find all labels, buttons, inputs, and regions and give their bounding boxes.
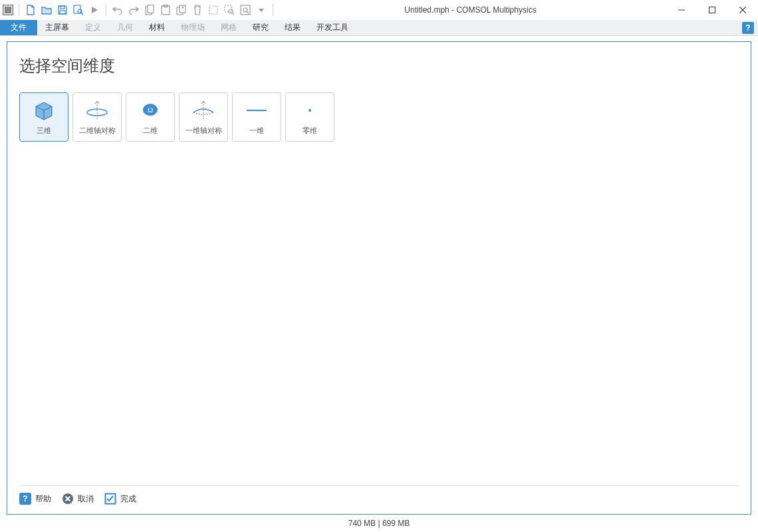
window-title: Untitled.mph - COMSOL Multiphysics xyxy=(275,5,666,15)
tab-geometry[interactable]: 几何 xyxy=(109,20,141,35)
dimension-2d-axisymmetric[interactable]: 二维轴对称 xyxy=(72,92,122,142)
save-icon[interactable] xyxy=(57,4,68,16)
run-icon[interactable] xyxy=(88,4,100,16)
wizard-separator xyxy=(19,485,739,486)
svg-rect-13 xyxy=(209,6,217,14)
search-file-icon[interactable] xyxy=(72,4,84,16)
delete-icon[interactable] xyxy=(191,4,203,16)
model-wizard-panel: 选择空间维度 三维 xyxy=(7,41,751,515)
statusbar: 740 MB | 699 MB xyxy=(7,515,751,532)
tab-study[interactable]: 研究 xyxy=(245,20,277,35)
tab-definitions[interactable]: 定义 xyxy=(77,20,109,35)
cancel-button[interactable]: 取消 xyxy=(62,493,94,505)
tab-mesh[interactable]: 网格 xyxy=(213,20,245,35)
point-0d-icon xyxy=(297,99,323,122)
ribbon-tabs: 文件 主屏幕 定义 几何 材料 物理场 网格 研究 结果 开发工具 ? xyxy=(0,20,758,36)
tab-home[interactable]: 主屏幕 xyxy=(37,20,77,35)
maximize-button[interactable] xyxy=(697,0,727,20)
undo-icon[interactable] xyxy=(112,4,124,16)
new-file-icon[interactable] xyxy=(25,4,37,16)
open-file-icon[interactable] xyxy=(41,4,53,16)
tab-file[interactable]: 文件 xyxy=(0,20,37,35)
paste-icon[interactable] xyxy=(160,4,172,16)
dimension-0d[interactable]: 零维 xyxy=(285,92,334,142)
main-area: 选择空间维度 三维 xyxy=(0,36,758,532)
dimension-label: 一维 xyxy=(249,126,264,136)
tab-results[interactable]: 结果 xyxy=(277,20,309,35)
dimension-label: 零维 xyxy=(303,126,317,136)
zoom-select-icon[interactable] xyxy=(223,4,235,16)
window-controls xyxy=(666,0,758,20)
axis-1d-icon xyxy=(190,99,217,122)
help-button[interactable]: ? 帮助 xyxy=(19,493,51,505)
qat-separator xyxy=(19,4,19,16)
titlebar: Untitled.mph - COMSOL Multiphysics xyxy=(0,0,758,20)
svg-line-16 xyxy=(232,13,234,15)
svg-rect-21 xyxy=(709,7,715,13)
duplicate-icon[interactable] xyxy=(176,4,188,16)
omega-2d-icon: Ω xyxy=(137,99,164,122)
dimension-label: 二维 xyxy=(143,126,158,136)
dimension-2d[interactable]: Ω 二维 xyxy=(126,92,175,142)
axis-2d-icon xyxy=(84,99,110,122)
done-check-icon xyxy=(104,493,116,505)
tab-developer[interactable]: 开发工具 xyxy=(309,20,356,35)
dimension-label: 二维轴对称 xyxy=(79,126,116,136)
svg-line-19 xyxy=(247,11,249,13)
line-1d-icon xyxy=(243,99,270,122)
done-button[interactable]: 完成 xyxy=(104,493,136,505)
dimension-label: 一维轴对称 xyxy=(186,126,222,136)
svg-text:Ω: Ω xyxy=(148,106,153,114)
wizard-footer: ? 帮助 取消 完成 xyxy=(19,493,739,509)
help-square-icon: ? xyxy=(19,493,31,505)
dimension-3d[interactable]: 三维 xyxy=(19,92,68,142)
svg-line-4 xyxy=(81,13,83,15)
dimension-label: 三维 xyxy=(37,126,51,136)
qat-separator xyxy=(106,4,106,16)
tab-physics[interactable]: 物理场 xyxy=(173,20,213,35)
qat-separator xyxy=(273,4,273,16)
quick-access-toolbar xyxy=(17,4,275,16)
wizard-spacer xyxy=(19,142,739,485)
dimension-choices: 三维 二维轴对称 Ω xyxy=(19,92,739,142)
dimension-1d[interactable]: 一维 xyxy=(232,92,281,142)
dimension-1d-axisymmetric[interactable]: 一维轴对称 xyxy=(179,92,228,142)
select-box-icon[interactable] xyxy=(207,4,219,16)
redo-icon[interactable] xyxy=(128,4,140,16)
help-label: 帮助 xyxy=(35,493,51,505)
tab-materials[interactable]: 材料 xyxy=(141,20,173,35)
cancel-label: 取消 xyxy=(78,493,94,505)
help-icon[interactable]: ? xyxy=(742,22,754,34)
zoom-extents-icon[interactable] xyxy=(239,4,251,16)
svg-rect-14 xyxy=(225,5,231,12)
done-label: 完成 xyxy=(120,493,136,505)
svg-rect-6 xyxy=(148,5,154,13)
minimize-button[interactable] xyxy=(666,0,697,20)
copy-icon[interactable] xyxy=(144,4,156,16)
close-button[interactable] xyxy=(727,0,758,20)
svg-rect-1 xyxy=(60,11,65,14)
app-icon xyxy=(3,5,13,15)
wizard-title: 选择空间维度 xyxy=(19,55,739,76)
cancel-circle-icon xyxy=(62,493,74,505)
cube-3d-icon xyxy=(31,99,57,122)
memory-status: 740 MB | 699 MB xyxy=(348,519,410,528)
svg-point-30 xyxy=(309,109,311,112)
qat-dropdown-icon[interactable] xyxy=(255,4,267,16)
